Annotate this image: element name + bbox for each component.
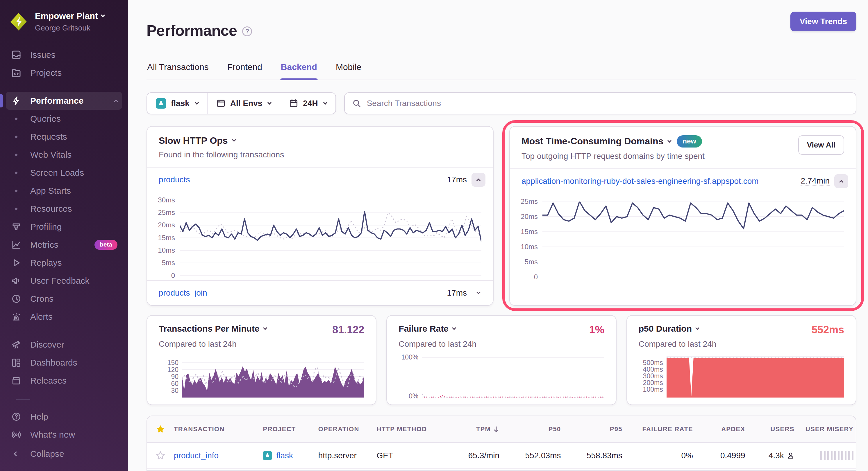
domains-title[interactable]: Most Time-Consuming Domains new: [522, 135, 705, 147]
sidebar-item-resources[interactable]: Resources: [6, 200, 122, 218]
transaction-link[interactable]: product_info: [174, 451, 219, 460]
collapse-chevron-icon: [10, 448, 22, 460]
products-join-link[interactable]: products_join: [159, 288, 440, 298]
column-apdex[interactable]: Apdex: [693, 426, 745, 433]
column-p50[interactable]: P50: [499, 426, 561, 433]
domain-row: application-monitoring-ruby-dot-sales-en…: [510, 169, 856, 193]
table-row: product_info flask http.server GET 65.3/…: [147, 443, 856, 469]
sidebar-item-label: Help: [30, 412, 48, 422]
slow-http-ops-chart: 30ms25ms20ms15ms10ms5ms0: [147, 192, 493, 280]
collapse-row-button[interactable]: [834, 174, 848, 188]
sidebar-item-profiling[interactable]: Profiling: [6, 218, 122, 236]
sidebar-item-replays[interactable]: Replays: [6, 254, 122, 272]
slow-http-ops-title[interactable]: Slow HTTP Ops: [159, 135, 284, 146]
sidebar-item-label: Queries: [30, 114, 61, 124]
sidebar-item-alerts[interactable]: Alerts: [6, 308, 122, 326]
domain-time-spent[interactable]: 2.74min: [801, 176, 830, 186]
flask-project-icon: [156, 98, 166, 109]
tab-mobile[interactable]: Mobile: [335, 59, 362, 79]
view-trends-button[interactable]: View Trends: [790, 12, 856, 31]
sidebar-item-crons[interactable]: Crons: [6, 290, 122, 308]
star-toggle[interactable]: [147, 451, 174, 461]
sidebar-item-help[interactable]: Help: [6, 408, 122, 426]
dashboards-grid-icon: [10, 357, 22, 369]
sidebar-item-label: Alerts: [30, 312, 53, 322]
column-project[interactable]: Project: [263, 426, 318, 433]
chevron-down-icon: [232, 138, 236, 142]
org-switcher[interactable]: Empower Plant George Gritsouk: [0, 8, 128, 37]
sidebar-item-dashboards[interactable]: Dashboards: [6, 354, 122, 372]
tab-backend[interactable]: Backend: [280, 59, 318, 79]
expand-row-button[interactable]: [471, 286, 486, 300]
project-link[interactable]: flask: [263, 451, 293, 460]
date-range-filter[interactable]: 24H: [280, 93, 335, 114]
search-input[interactable]: [366, 98, 848, 109]
sidebar-item-web-vitals[interactable]: Web Vitals: [6, 146, 122, 164]
sidebar-item-label: Releases: [30, 376, 67, 385]
org-user: George Gritsouk: [35, 24, 90, 32]
profiling-icon: [10, 221, 22, 233]
chevron-up-icon: [115, 99, 118, 102]
user-misery-bars: [820, 451, 854, 460]
sort-desc-icon: [493, 426, 499, 433]
sidebar-item-metrics[interactable]: Metrics beta: [6, 236, 122, 254]
slow-http-ops-subtitle: Found in the following transactions: [159, 150, 284, 160]
slow-http-ops-panel: Slow HTTP Ops Found in the following tra…: [147, 126, 494, 306]
tpm-title[interactable]: Transactions Per Minute: [159, 324, 267, 334]
tab-all-transactions[interactable]: All Transactions: [147, 59, 209, 79]
sidebar-item-queries[interactable]: Queries: [6, 110, 122, 128]
tpm-cell: 65.3/min: [441, 451, 499, 460]
environment-filter[interactable]: All Envs: [207, 93, 280, 114]
column-operation[interactable]: Operation: [318, 426, 377, 433]
sidebar-item-discover[interactable]: Discover: [6, 336, 122, 354]
replays-play-icon: [10, 257, 22, 269]
clock-icon: [10, 293, 22, 305]
transaction-row-products-join: products_join 17ms: [147, 281, 493, 305]
view-all-button[interactable]: View All: [798, 135, 844, 155]
failure-rate-value: 1%: [589, 324, 604, 336]
sidebar-item-requests[interactable]: Requests: [6, 128, 122, 146]
empower-plant-logo: [8, 11, 29, 32]
chevron-down-icon: [195, 100, 199, 105]
tpm-subtitle: Compared to last 24h: [159, 339, 364, 349]
sidebar-item-issues[interactable]: Issues: [6, 46, 122, 64]
sidebar-item-whats-new[interactable]: What's new: [6, 426, 122, 444]
help-icon[interactable]: [242, 26, 252, 36]
column-http-method[interactable]: HTTP Method: [376, 426, 441, 433]
column-users[interactable]: Users: [745, 426, 795, 433]
tab-frontend[interactable]: Frontend: [227, 59, 263, 79]
failure-rate-title[interactable]: Failure Rate: [399, 324, 456, 334]
sidebar-item-app-starts[interactable]: App Starts: [6, 182, 122, 200]
sidebar-item-releases[interactable]: Releases: [6, 372, 122, 390]
column-failure-rate[interactable]: Failure Rate: [622, 426, 693, 433]
tpm-card: Transactions Per Minute 81.122 Compared …: [147, 315, 376, 405]
collapse-row-button[interactable]: [471, 173, 486, 187]
products-link[interactable]: products: [159, 175, 440, 184]
sidebar: Empower Plant George Gritsouk Issues Pro…: [0, 0, 128, 471]
sidebar-item-performance[interactable]: Performance: [6, 92, 122, 110]
user-misery-cell: [795, 451, 856, 460]
column-user-misery[interactable]: User Misery: [795, 426, 856, 433]
sidebar-item-label: Resources: [30, 204, 72, 214]
column-p95[interactable]: P95: [561, 426, 622, 433]
search-icon: [352, 99, 361, 108]
project-filter[interactable]: flask: [147, 93, 207, 114]
domain-link[interactable]: application-monitoring-ruby-dot-sales-en…: [522, 176, 794, 186]
sidebar-item-label: What's new: [30, 430, 75, 440]
sidebar-item-screen-loads[interactable]: Screen Loads: [6, 164, 122, 182]
chevron-down-icon: [695, 326, 700, 330]
domains-chart: 25ms20ms15ms10ms5ms0: [510, 193, 856, 282]
telescope-icon: [10, 339, 22, 350]
sidebar-item-label: Issues: [30, 50, 56, 60]
column-transaction[interactable]: Transaction: [174, 426, 263, 433]
column-tpm[interactable]: TPM: [441, 426, 499, 433]
starred-column-icon[interactable]: [147, 424, 174, 434]
megaphone-icon: [10, 275, 22, 287]
sidebar-item-user-feedback[interactable]: User Feedback: [6, 272, 122, 290]
sidebar-item-label: Projects: [30, 68, 62, 78]
p50-duration-title[interactable]: p50 Duration: [639, 324, 699, 334]
products-join-duration: 17ms: [447, 288, 467, 298]
filter-bar: flask All Envs 24H: [147, 92, 856, 114]
sidebar-item-projects[interactable]: Projects: [6, 64, 122, 82]
sidebar-collapse-button[interactable]: Collapse: [6, 445, 122, 463]
